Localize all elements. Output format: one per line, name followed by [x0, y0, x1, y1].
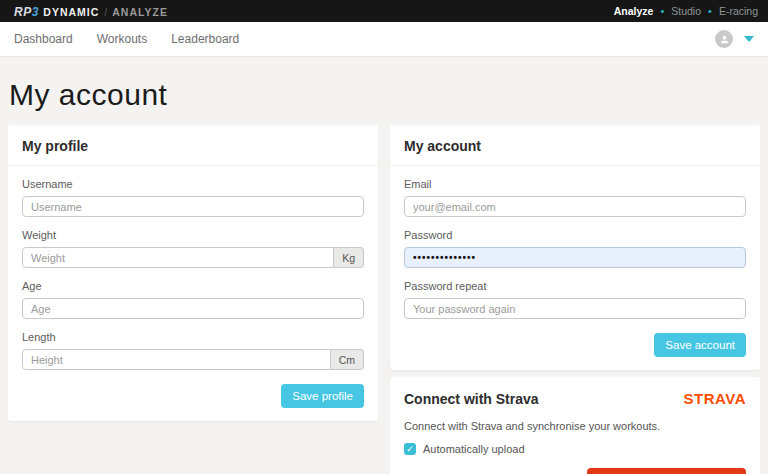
user-menu [715, 30, 754, 48]
strava-logo: STRAVA [684, 390, 746, 407]
age-input[interactable] [22, 298, 364, 319]
nav-item-dashboard[interactable]: Dashboard [14, 32, 73, 46]
length-unit-addon: Cm [331, 349, 364, 370]
password-label: Password [404, 229, 746, 241]
my-account-card: My account Email Password Password repea… [390, 125, 760, 370]
length-input-group: Cm [22, 349, 364, 370]
my-profile-title: My profile [22, 138, 88, 154]
strava-card: Connect with Strava STRAVA Connect with … [390, 377, 760, 474]
weight-label: Weight [22, 229, 364, 241]
save-account-button[interactable]: Save account [654, 333, 746, 357]
password-repeat-label: Password repeat [404, 280, 746, 292]
strava-button-row: Disconnect Strava account [404, 468, 746, 474]
strava-card-title: Connect with Strava [404, 391, 539, 407]
left-column: My profile Username Weight Kg Age Length… [8, 125, 378, 421]
logo-3-text: 3 [32, 5, 39, 19]
right-column: My account Email Password Password repea… [390, 125, 760, 474]
product-switcher: Analyze • Studio • E-racing [614, 5, 758, 17]
my-profile-card: My profile Username Weight Kg Age Length… [8, 125, 378, 421]
my-account-card-header: My account [390, 136, 760, 166]
logo-separator: / [104, 7, 107, 18]
logo-rp-text: RP [14, 5, 32, 19]
disconnect-strava-button[interactable]: Disconnect Strava account [587, 468, 746, 474]
avatar[interactable] [715, 30, 733, 48]
checkbox-checked-icon[interactable]: ✓ [404, 443, 416, 455]
top-app-bar: RP3 DYNAMIC / ANALYZE Analyze • Studio •… [0, 0, 768, 22]
password-repeat-input[interactable] [404, 298, 746, 319]
strava-description: Connect with Strava and synchronise your… [404, 420, 746, 432]
strava-card-header: Connect with Strava STRAVA [404, 388, 746, 407]
nav-item-workouts[interactable]: Workouts [97, 32, 147, 46]
username-input[interactable] [22, 196, 364, 217]
weight-input[interactable] [22, 247, 334, 268]
email-input[interactable] [404, 196, 746, 217]
password-input[interactable] [404, 247, 746, 268]
my-profile-card-header: My profile [8, 136, 378, 166]
auto-upload-checkbox-row[interactable]: ✓ Automatically upload [404, 443, 746, 455]
my-account-title: My account [404, 138, 481, 154]
weight-unit-addon: Kg [334, 247, 364, 268]
logo-analyze-text: ANALYZE [112, 7, 168, 18]
product-link-analyze[interactable]: Analyze [614, 5, 654, 17]
product-link-studio[interactable]: Studio [671, 5, 701, 17]
length-input[interactable] [22, 349, 331, 370]
bullet-separator-icon: • [708, 6, 712, 17]
nav-item-leaderboard[interactable]: Leaderboard [171, 32, 239, 46]
weight-input-group: Kg [22, 247, 364, 268]
profile-button-row: Save profile [22, 384, 364, 408]
product-link-eracing[interactable]: E-racing [719, 5, 758, 17]
auto-upload-label: Automatically upload [423, 443, 525, 455]
content-area: My profile Username Weight Kg Age Length… [0, 125, 768, 474]
chevron-down-icon[interactable] [744, 36, 754, 42]
nav-links: Dashboard Workouts Leaderboard [14, 32, 239, 46]
bullet-separator-icon: • [660, 6, 664, 17]
main-navigation: Dashboard Workouts Leaderboard [0, 22, 768, 57]
account-button-row: Save account [404, 333, 746, 357]
length-label: Length [22, 331, 364, 343]
age-label: Age [22, 280, 364, 292]
username-label: Username [22, 178, 364, 190]
rp3-logo[interactable]: RP3 DYNAMIC / ANALYZE [14, 3, 168, 19]
page-title: My account [9, 78, 768, 112]
save-profile-button[interactable]: Save profile [281, 384, 364, 408]
user-icon [719, 34, 730, 45]
email-label: Email [404, 178, 746, 190]
logo-dynamic-text: DYNAMIC [43, 7, 99, 18]
